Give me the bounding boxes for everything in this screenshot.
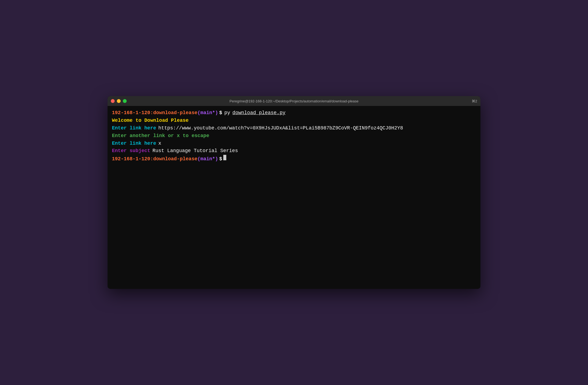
maximize-button[interactable]: [123, 99, 127, 103]
cmd-py: py: [224, 109, 230, 117]
prompt-sep-final: :: [150, 155, 153, 163]
prompt-dir-final: download-please: [153, 155, 197, 163]
title-bar: Peregrine@192-168-1-120:~/Desktop/Projec…: [108, 96, 480, 106]
cmd-file: download_please.py: [232, 109, 285, 117]
enter-another-line: Enter another link or x to escape: [112, 132, 476, 140]
prompt-dollar-final: $: [219, 155, 222, 163]
enter-link-value-2: x: [158, 140, 161, 147]
close-button[interactable]: [111, 99, 115, 103]
prompt-dir-1: download-please: [153, 109, 197, 117]
prompt-host-final: 192-168-1-120: [112, 155, 150, 163]
prompt-host-1: 192-168-1-120: [112, 109, 150, 117]
welcome-line: Welcome to Download Please: [112, 117, 476, 125]
terminal-cursor: [223, 155, 226, 160]
enter-link-value-1: https://www.youtube.com/watch?v=0X9HJsJU…: [158, 125, 403, 132]
enter-subject-line: Enter subject Rust Language Tutorial Ser…: [112, 147, 476, 155]
shortcut-label: ⌘2: [472, 99, 477, 103]
welcome-text: Welcome to Download Please: [112, 117, 189, 125]
window-title: Peregrine@192-168-1-120:~/Desktop/Projec…: [230, 99, 358, 103]
command-line-final: 192-168-1-120 : download-please (main*) …: [112, 155, 476, 163]
command-line-1: 192-168-1-120 : download-please (main*) …: [112, 109, 476, 117]
minimize-button[interactable]: [117, 99, 121, 103]
enter-link-line-2: Enter link here x: [112, 140, 476, 147]
terminal-window: Peregrine@192-168-1-120:~/Desktop/Projec…: [108, 96, 480, 289]
enter-link-label-1: Enter link here: [112, 125, 156, 132]
enter-subject-value: Rust Language Tutorial Series: [152, 147, 238, 155]
prompt-sep-1: :: [150, 109, 153, 117]
prompt-branch-1: (main*): [197, 109, 218, 117]
enter-link-label-2: Enter link here: [112, 140, 156, 147]
terminal-body[interactable]: 192-168-1-120 : download-please (main*) …: [108, 106, 480, 166]
enter-subject-label: Enter subject: [112, 147, 150, 155]
traffic-lights: [111, 99, 127, 103]
enter-link-line-1: Enter link here https://www.youtube.com/…: [112, 125, 476, 132]
enter-another-label: Enter another link or x to escape: [112, 132, 209, 140]
prompt-branch-final: (main*): [197, 155, 218, 163]
prompt-dollar-1: $: [219, 109, 222, 117]
